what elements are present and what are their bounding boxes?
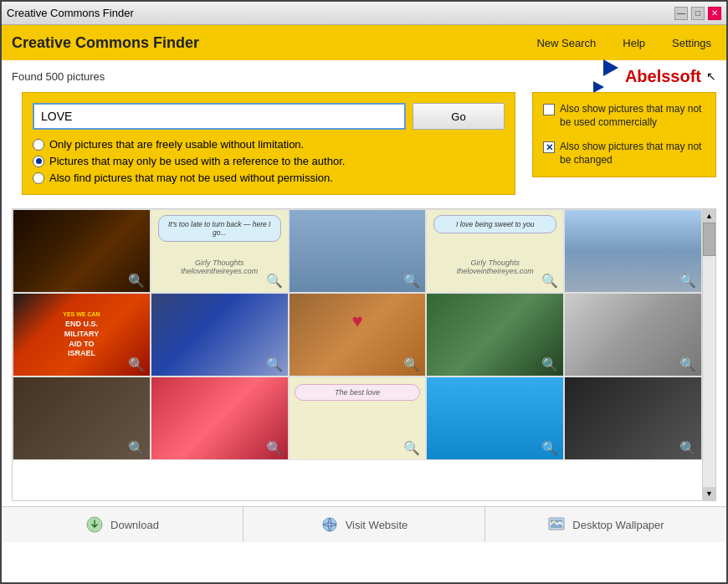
status-text: Found 500 pictures [12, 70, 105, 83]
checkbox-option-1: Also show pictures that may not be used … [543, 103, 705, 129]
magnify-icon-7[interactable]: 🔍 [266, 356, 283, 372]
globe-icon [320, 515, 339, 534]
svg-point-4 [553, 520, 555, 522]
magnify-icon-9[interactable]: 🔍 [541, 356, 558, 372]
image-cell-14[interactable]: 🔍 [426, 377, 564, 460]
magnify-icon-15[interactable]: 🔍 [679, 440, 696, 456]
menu-bar: Creative Commons Finder New Search Help … [2, 25, 726, 60]
image-cell-10[interactable]: 🔍 [564, 293, 702, 377]
speech-bubble-2: I love being sweet to you [433, 215, 556, 233]
search-panel: Go Only pictures that are freely usable … [12, 92, 525, 202]
scroll-thumb[interactable] [703, 223, 715, 256]
image-cell-3[interactable]: 🔍 [289, 209, 427, 293]
status-bar: Found 500 pictures Abelssoft ↖ [2, 60, 726, 92]
download-label: Download [110, 519, 159, 531]
scroll-up-button[interactable]: ▲ [703, 209, 715, 223]
menu-new-search[interactable]: New Search [531, 33, 601, 53]
scroll-down-button[interactable]: ▼ [703, 487, 715, 500]
magnify-icon-3[interactable]: 🔍 [403, 273, 420, 289]
title-bar: Creative Commons Finder — □ ✕ [2, 2, 726, 25]
logo-cursor-icon: ↖ [706, 69, 716, 83]
image-cell-15[interactable]: 🔍 [564, 377, 702, 460]
menu-settings[interactable]: Settings [667, 33, 716, 53]
magnify-icon-6[interactable]: 🔍 [128, 356, 145, 372]
magnify-icon-1[interactable]: 🔍 [128, 273, 145, 289]
image-cell-4[interactable]: I love being sweet to you Girly Thoughts… [426, 209, 564, 293]
top-area: Go Only pictures that are freely usable … [12, 92, 716, 202]
magnify-icon-4[interactable]: 🔍 [541, 273, 558, 289]
image-cell-13[interactable]: The best love 🔍 [289, 377, 427, 460]
download-button[interactable]: Download [2, 507, 244, 542]
close-button[interactable]: ✕ [708, 7, 721, 20]
image-cell-6[interactable]: YES WE CAN END U.S. MILITARY AID TO ISRA… [13, 293, 151, 377]
magnify-icon-14[interactable]: 🔍 [541, 440, 558, 456]
download-icon [85, 515, 104, 534]
radio-dot-1[interactable] [33, 139, 44, 151]
wallpaper-icon [547, 515, 566, 534]
desktop-wallpaper-label: Desktop Wallpaper [572, 519, 664, 531]
radio-dot-3[interactable] [33, 172, 44, 184]
logo-arrow-bottom [593, 81, 604, 93]
visit-website-label: Visit Website [346, 519, 408, 531]
radio-option-2[interactable]: Pictures that may only be used with a re… [33, 155, 505, 167]
scrollbar[interactable]: ▲ ▼ [702, 209, 715, 500]
image-cell-2[interactable]: It's too late to turn back — here I go..… [151, 209, 289, 293]
image-grid-container: 🔍 It's too late to turn back — here I go… [12, 208, 716, 501]
logo-arrow-top [603, 59, 618, 76]
go-button[interactable]: Go [413, 103, 505, 130]
bottom-toolbar: Download Visit Website Desktop Wallpaper [2, 506, 726, 542]
magnify-icon-8[interactable]: 🔍 [403, 356, 420, 372]
scroll-track[interactable] [703, 223, 715, 487]
image-cell-11[interactable]: 🔍 [13, 377, 151, 460]
magnify-icon-5[interactable]: 🔍 [679, 273, 696, 289]
magnify-icon-13[interactable]: 🔍 [403, 440, 420, 456]
logo-text: Abelssoft [625, 67, 701, 86]
menu-help[interactable]: Help [618, 33, 650, 53]
speech-bubble-1: It's too late to turn back — here I go..… [158, 215, 281, 242]
checkbox-1[interactable] [543, 104, 555, 115]
image-cell-1[interactable]: 🔍 [13, 209, 151, 293]
speech-bubble-3: The best love [295, 384, 421, 401]
checkbox-option-2: ✕ Also show pictures that may not be cha… [543, 141, 705, 166]
magnify-icon-12[interactable]: 🔍 [266, 440, 283, 456]
radio-option-3[interactable]: Also find pictures that may not be used … [33, 172, 505, 184]
search-row: Go [33, 103, 505, 130]
heart-icon: ♥ [351, 310, 362, 332]
image-cell-9[interactable]: 🔍 [426, 293, 564, 377]
options-panel: Also show pictures that may not be used … [532, 92, 716, 202]
image-cell-7[interactable]: 🔍 [151, 293, 289, 377]
image-cell-5[interactable]: 🔍 [564, 209, 702, 293]
magnify-icon-2[interactable]: 🔍 [266, 273, 283, 289]
radio-dot-2[interactable] [33, 156, 44, 167]
visit-website-button[interactable]: Visit Website [244, 507, 485, 542]
radio-options: Only pictures that are freely usable wit… [33, 138, 505, 184]
search-input[interactable] [33, 103, 406, 130]
app-title: Creative Commons Finder [12, 34, 199, 52]
image-cell-12[interactable]: 🔍 [151, 377, 289, 460]
title-bar-title: Creative Commons Finder [7, 7, 134, 19]
image-cell-8[interactable]: ♥ 🔍 [289, 293, 427, 377]
magnify-icon-10[interactable]: 🔍 [679, 356, 696, 372]
desktop-wallpaper-button[interactable]: Desktop Wallpaper [485, 507, 726, 542]
minimize-button[interactable]: — [674, 7, 688, 20]
checkbox-2[interactable]: ✕ [543, 141, 555, 153]
svg-point-1 [323, 518, 336, 531]
radio-option-1[interactable]: Only pictures that are freely usable wit… [33, 138, 505, 151]
magnify-icon-11[interactable]: 🔍 [128, 440, 145, 456]
title-bar-controls: — □ ✕ [674, 7, 721, 20]
menu-items: New Search Help Settings [531, 33, 716, 53]
maximize-button[interactable]: □ [691, 7, 705, 20]
logo-area: Abelssoft ↖ [603, 59, 716, 93]
image-grid: 🔍 It's too late to turn back — here I go… [13, 209, 702, 500]
